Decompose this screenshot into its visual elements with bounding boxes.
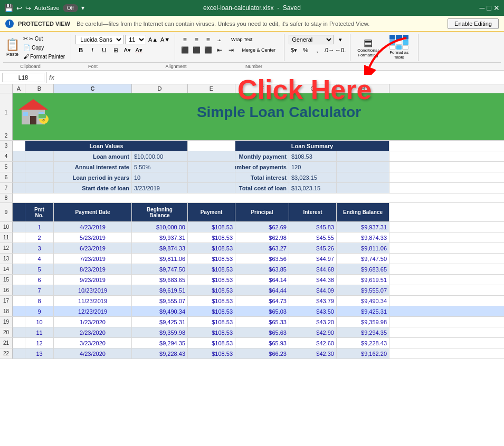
number-format-expand[interactable]: ▾: [335, 35, 346, 44]
wrap-text-button[interactable]: Wrap Text: [226, 35, 258, 44]
cell-7a[interactable]: [13, 183, 25, 193]
monthly-payment-label[interactable]: Monthly payment: [235, 151, 289, 161]
percent-button[interactable]: %: [300, 45, 311, 55]
loan-summary-header[interactable]: Loan Summary: [235, 141, 389, 151]
data-cell-18-2[interactable]: 12/23/2019: [54, 306, 132, 316]
data-cell-15-1[interactable]: 6: [25, 275, 54, 285]
data-cell-16-7[interactable]: $9,555.07: [337, 285, 389, 295]
conditional-formatting-button[interactable]: ▤ Conditional Formatting: [355, 37, 381, 58]
data-cell-21-7[interactable]: $9,228.43: [337, 338, 389, 348]
data-cell-14-0[interactable]: [13, 264, 25, 274]
data-cell-16-5[interactable]: $64.44: [235, 285, 289, 295]
align-right-button[interactable]: ⬛: [203, 45, 213, 55]
num-payments-label[interactable]: Number of payments: [235, 162, 289, 172]
loan-amount-value[interactable]: $10,000.00: [132, 151, 188, 161]
cell-9a[interactable]: [13, 203, 25, 221]
data-cell-11-5[interactable]: $62.98: [235, 232, 289, 243]
align-top-center-button[interactable]: ≡: [191, 35, 202, 44]
data-cell-11-3[interactable]: $9,937.31: [132, 232, 188, 243]
total-interest-value[interactable]: $3,023.15: [289, 172, 337, 182]
num-payments-value[interactable]: 120: [289, 162, 337, 172]
data-cell-22-6[interactable]: $42.30: [289, 348, 337, 358]
bold-button[interactable]: B: [75, 45, 86, 55]
data-cell-20-3[interactable]: $9,359.98: [132, 327, 188, 337]
data-cell-17-4[interactable]: $108.53: [188, 296, 235, 306]
data-cell-10-0[interactable]: [13, 222, 25, 232]
merge-center-button[interactable]: Merge & Center: [237, 45, 280, 55]
data-cell-20-4[interactable]: $108.53: [188, 327, 235, 337]
cell-4e[interactable]: [188, 151, 235, 161]
close-icon[interactable]: ✕: [493, 4, 500, 12]
data-cell-19-0[interactable]: [13, 317, 25, 327]
data-cell-17-6[interactable]: $43.79: [289, 296, 337, 306]
data-cell-19-4[interactable]: $108.53: [188, 317, 235, 327]
col-header-g[interactable]: G: [289, 84, 337, 93]
data-cell-15-2[interactable]: 9/23/2019: [54, 275, 132, 285]
cell-6h[interactable]: [337, 172, 389, 182]
cell-5e[interactable]: [188, 162, 235, 172]
dollar-button[interactable]: $▾: [289, 45, 299, 55]
formula-input[interactable]: [56, 74, 502, 81]
data-cell-17-5[interactable]: $64.73: [235, 296, 289, 306]
row-2-cell[interactable]: [13, 131, 504, 140]
total-interest-label[interactable]: Total interest: [235, 172, 289, 182]
data-cell-21-3[interactable]: $9,294.35: [132, 338, 188, 348]
data-cell-10-7[interactable]: $9,937.31: [337, 222, 389, 232]
data-cell-10-3[interactable]: $10,000.00: [132, 222, 188, 232]
loan-values-header[interactable]: Loan Values: [25, 141, 188, 151]
data-cell-18-6[interactable]: $43.50: [289, 306, 337, 316]
col-header-d[interactable]: D: [132, 84, 188, 93]
cell-5b[interactable]: [25, 162, 54, 172]
font-size-select[interactable]: 11: [125, 35, 146, 44]
data-cell-12-5[interactable]: $63.27: [235, 243, 289, 253]
data-cell-14-7[interactable]: $9,683.65: [337, 264, 389, 274]
total-cost-value[interactable]: $13,023.15: [289, 183, 337, 193]
increase-decimal-button[interactable]: ←0.: [335, 45, 346, 55]
col-header-c[interactable]: C: [54, 84, 132, 93]
data-cell-11-4[interactable]: $108.53: [188, 232, 235, 243]
data-cell-22-7[interactable]: $9,162.20: [337, 348, 389, 358]
interest-rate-label[interactable]: Annual interest rate: [54, 162, 132, 172]
data-cell-21-4[interactable]: $108.53: [188, 338, 235, 348]
data-cell-19-7[interactable]: $9,359.98: [337, 317, 389, 327]
cell-6a[interactable]: [13, 172, 25, 182]
tbl-hdr-principal[interactable]: Principal: [235, 203, 289, 221]
align-center-button[interactable]: ⬛: [191, 45, 202, 55]
tbl-hdr-beginning-balance[interactable]: BeginningBalance: [132, 203, 188, 221]
data-cell-13-1[interactable]: 4: [25, 254, 54, 264]
cell-7h[interactable]: [337, 183, 389, 193]
data-cell-20-7[interactable]: $9,294.35: [337, 327, 389, 337]
data-cell-12-4[interactable]: $108.53: [188, 243, 235, 253]
monthly-payment-value[interactable]: $108.53: [289, 151, 337, 161]
tbl-hdr-payment-date[interactable]: Payment Date: [54, 203, 132, 221]
data-cell-22-0[interactable]: [13, 348, 25, 358]
font-name-select[interactable]: Lucida Sans: [75, 35, 123, 44]
tbl-hdr-pmt-no[interactable]: PmtNo.: [25, 203, 54, 221]
data-cell-14-5[interactable]: $63.85: [235, 264, 289, 274]
data-cell-13-6[interactable]: $44.97: [289, 254, 337, 264]
data-cell-13-2[interactable]: 7/23/2019: [54, 254, 132, 264]
data-cell-10-4[interactable]: $108.53: [188, 222, 235, 232]
row-8-cells[interactable]: [13, 193, 504, 202]
increase-font-button[interactable]: A▲: [148, 35, 158, 44]
comma-button[interactable]: ,: [312, 45, 322, 55]
data-cell-18-3[interactable]: $9,490.34: [132, 306, 188, 316]
total-cost-label[interactable]: Total cost of loan: [235, 183, 289, 193]
col-header-e[interactable]: E: [188, 84, 235, 93]
data-cell-20-1[interactable]: 11: [25, 327, 54, 337]
data-cell-14-4[interactable]: $108.53: [188, 264, 235, 274]
data-cell-16-6[interactable]: $44.09: [289, 285, 337, 295]
data-cell-15-5[interactable]: $64.14: [235, 275, 289, 285]
data-cell-13-0[interactable]: [13, 254, 25, 264]
enable-editing-button[interactable]: Enable Editing: [448, 18, 499, 29]
loan-amount-label[interactable]: Loan amount: [54, 151, 132, 161]
cell-6e[interactable]: [188, 172, 235, 182]
minimize-icon[interactable]: ─: [480, 4, 485, 12]
data-cell-20-6[interactable]: $42.90: [289, 327, 337, 337]
cell-3e[interactable]: [188, 141, 235, 151]
loan-period-value[interactable]: 10: [132, 172, 188, 182]
save-icon[interactable]: 💾: [4, 4, 13, 12]
data-cell-15-6[interactable]: $44.38: [289, 275, 337, 285]
data-cell-16-2[interactable]: 10/23/2019: [54, 285, 132, 295]
data-cell-11-7[interactable]: $9,874.33: [337, 232, 389, 243]
